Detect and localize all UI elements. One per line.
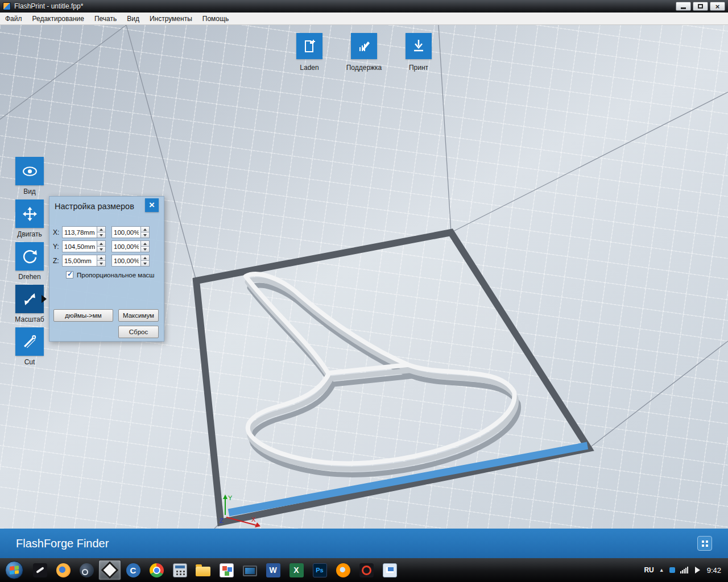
view-tool-button[interactable]	[15, 157, 44, 185]
windows-logo-icon	[5, 561, 23, 579]
move-arrows-icon	[22, 206, 38, 222]
view-tool-label: Вид	[23, 188, 36, 196]
proportional-label: Пропорциональное масш	[77, 272, 155, 278]
clock[interactable]: 9:42	[707, 566, 721, 575]
print-label: Принт	[409, 64, 428, 72]
close-icon: ×	[715, 3, 720, 10]
window-title: FlashPrint - untitle.fpp*	[14, 2, 676, 10]
supports-pencil-icon	[356, 38, 372, 54]
proportional-checkbox[interactable]	[66, 271, 73, 278]
rotate-icon	[22, 249, 38, 264]
z-percent-spinner[interactable]	[141, 255, 150, 267]
firefox-icon[interactable]	[52, 560, 75, 580]
maximum-button[interactable]: Максимум	[118, 309, 159, 322]
steam-icon[interactable]	[75, 560, 98, 580]
dialog-close-button[interactable]: ×	[145, 198, 159, 212]
printer-name: FlashForge Finder	[16, 537, 109, 550]
x-percent-spinner[interactable]	[141, 226, 150, 238]
tray-expand-icon[interactable]: ▲	[659, 567, 664, 573]
x-percent-input[interactable]	[111, 226, 141, 238]
maximize-icon	[698, 4, 703, 9]
photo-viewer-icon[interactable]	[378, 560, 401, 580]
left-toolbar: Вид Двигать Drehen	[11, 157, 48, 370]
taskbar-icons: C W X Ps	[28, 558, 402, 582]
browser-icon[interactable]	[332, 560, 354, 580]
print-icon	[411, 38, 427, 54]
taskbar: C W X Ps RU ▲ 9:42	[0, 558, 728, 582]
supports-label: Поддержка	[346, 64, 382, 72]
x-size-spinner[interactable]	[97, 226, 106, 238]
move-tool-label: Двигать	[17, 230, 42, 238]
reset-button[interactable]: Сброс	[118, 326, 159, 338]
menu-edit[interactable]: Редактирование	[27, 13, 89, 24]
media-player-icon[interactable]	[238, 560, 261, 580]
menu-tools[interactable]: Инструменты	[144, 13, 197, 24]
word-icon[interactable]: W	[262, 560, 284, 580]
z-percent-input[interactable]	[111, 255, 141, 267]
y-size-spinner[interactable]	[97, 240, 106, 252]
volume-icon[interactable]	[695, 567, 704, 573]
rotate-tool-button[interactable]	[15, 242, 44, 271]
start-button[interactable]	[2, 559, 26, 581]
photo-gallery-icon[interactable]	[215, 560, 238, 580]
machine-select-icon[interactable]	[697, 536, 712, 551]
menu-bar: Файл Редактирование Печать Вид Инструмен…	[0, 13, 728, 25]
file-explorer-icon[interactable]	[192, 560, 214, 580]
z-axis-label: Z:	[53, 257, 62, 265]
menu-print[interactable]: Печать	[89, 13, 122, 24]
opera-icon[interactable]	[355, 560, 378, 580]
dialog-title: Настройка размеров	[55, 202, 134, 211]
x-size-input[interactable]	[62, 226, 97, 238]
top-toolbar: Laden Поддержка Принт	[288, 33, 440, 72]
size-settings-dialog: Настройка размеров × X: Y: Z: Пропорцион…	[49, 196, 164, 342]
y-axis-label: Y:	[53, 243, 62, 251]
scale-tool-label: Масштаб	[15, 315, 44, 323]
z-size-input[interactable]	[62, 255, 97, 267]
rotate-tool-label: Drehen	[18, 273, 40, 281]
system-tray: RU ▲ 9:42	[644, 558, 728, 582]
menu-file[interactable]: Файл	[0, 13, 27, 24]
axis-x-label: X	[251, 516, 256, 523]
supports-button[interactable]	[351, 33, 377, 59]
title-bar: FlashPrint - untitle.fpp* ×	[0, 0, 728, 13]
z-size-spinner[interactable]	[97, 255, 106, 267]
move-tool-button[interactable]	[15, 199, 44, 228]
y-size-input[interactable]	[62, 240, 97, 252]
scale-icon	[22, 292, 38, 307]
menu-view[interactable]: Вид	[122, 13, 144, 24]
eye-icon	[22, 164, 38, 179]
axis-y-label: Y	[228, 494, 233, 501]
ccleaner-icon[interactable]: C	[122, 560, 144, 580]
print-button[interactable]	[406, 33, 432, 59]
inches-to-mm-button[interactable]: дюймы->мм	[53, 309, 113, 322]
minimize-icon	[681, 7, 686, 9]
cut-tool-label: Cut	[24, 358, 35, 366]
load-label: Laden	[300, 64, 318, 72]
cut-icon	[22, 334, 38, 350]
scale-tool-button[interactable]	[15, 285, 44, 313]
maximize-button[interactable]	[693, 2, 708, 11]
flashprint-icon[interactable]	[98, 560, 121, 580]
load-file-icon	[301, 38, 317, 54]
printer-status-bar: FlashForge Finder	[0, 529, 728, 558]
minimize-button[interactable]	[676, 2, 691, 11]
calculator-icon[interactable]	[168, 560, 191, 580]
load-button[interactable]	[296, 33, 322, 59]
menu-help[interactable]: Помощь	[197, 13, 234, 24]
network-icon[interactable]	[680, 567, 688, 573]
x-axis-label: X:	[53, 228, 62, 236]
viewport-3d[interactable]: Y X Z Laden П	[0, 25, 728, 529]
y-percent-input[interactable]	[111, 240, 141, 252]
cut-tool-button[interactable]	[15, 327, 44, 356]
language-indicator[interactable]: RU	[644, 566, 653, 574]
tray-app-icon[interactable]	[669, 567, 675, 573]
chrome-icon[interactable]	[145, 560, 168, 580]
y-percent-spinner[interactable]	[141, 240, 150, 252]
axis-z-label: Z	[220, 517, 224, 524]
excel-icon[interactable]: X	[285, 560, 308, 580]
photoshop-icon[interactable]: Ps	[308, 560, 331, 580]
app-logo-icon	[3, 2, 11, 10]
close-button[interactable]: ×	[710, 2, 725, 11]
game-app-icon[interactable]	[28, 560, 51, 580]
